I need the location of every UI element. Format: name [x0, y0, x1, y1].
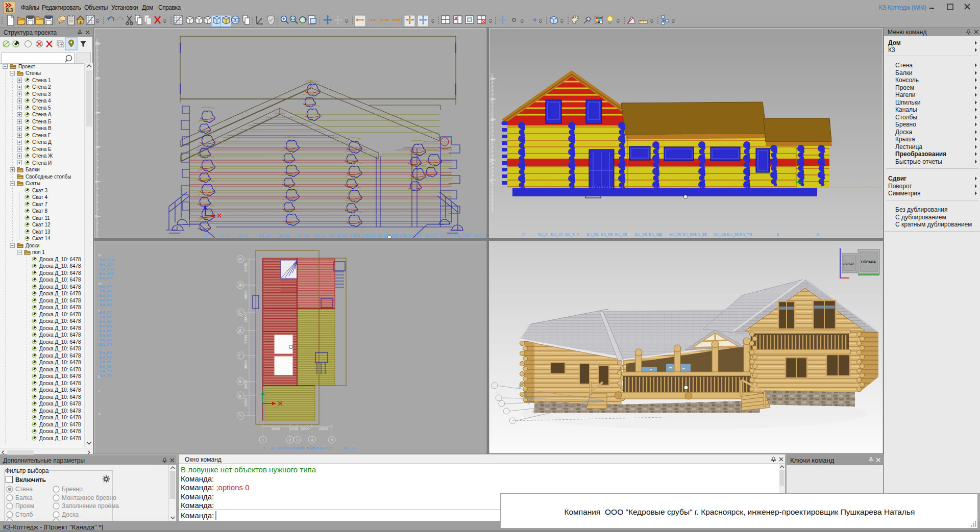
svg-text:Бл_9Б: Бл_9Б: [635, 232, 647, 237]
svg-text:Бл_93: Бл_93: [100, 302, 112, 307]
svg-text:Доска Д_10: 6478: Доска Д_10: 6478: [39, 408, 81, 414]
svg-text:Бл_36: Бл_36: [329, 233, 341, 238]
svg-text:0: 0: [490, 178, 493, 183]
svg-text:,Бл: ,Бл: [270, 446, 276, 450]
svg-text:Бл_99: Бл_99: [100, 276, 112, 281]
svg-text:Бл_4: Бл_4: [220, 233, 230, 238]
svg-text:Бл_2: Бл_2: [315, 233, 325, 238]
svg-text:4: 4: [311, 438, 313, 442]
svg-text:Бл_9: Бл_9: [565, 232, 575, 237]
svg-text:Стена 2: Стена 2: [32, 84, 51, 90]
svg-text:0: 0: [95, 214, 97, 219]
svg-text:,5: ,5: [328, 446, 332, 450]
svg-text:Доска Д_10: 6478: Доска Д_10: 6478: [39, 422, 81, 427]
svg-text:Бл_26: Бл_26: [297, 233, 309, 238]
svg-text:3500: 3500: [243, 360, 248, 369]
svg-text:Бл_5: Бл_5: [538, 232, 548, 237]
svg-text:Бл_94: Бл_94: [100, 298, 112, 302]
svg-text:Доска Д_10: 6478: Доска Д_10: 6478: [39, 353, 81, 359]
svg-text:Доска Д_10: 6478: Доска Д_10: 6478: [39, 312, 81, 317]
svg-text:Скаты: Скаты: [26, 181, 40, 186]
svg-text:Бл_9Б: Бл_9Б: [682, 232, 695, 237]
svg-text:Доска Д_10: 6478: Доска Д_10: 6478: [39, 263, 81, 269]
svg-text:Бл_88: Бл_88: [100, 328, 112, 333]
svg-text:Доска Д_10: 6478: Доска Д_10: 6478: [39, 401, 81, 407]
svg-text:Доска Д_10: 6478: Доска Д_10: 6478: [39, 360, 81, 365]
svg-text:15: 15: [490, 117, 495, 122]
svg-text:Бл_95: Бл_95: [100, 293, 112, 298]
svg-text:Балки: Балки: [26, 167, 40, 172]
svg-text:Доска Д_10: 6478: Доска Д_10: 6478: [39, 318, 81, 324]
svg-text:2000: 2000: [301, 426, 310, 431]
svg-text:Скат 11: Скат 11: [32, 215, 50, 221]
svg-text:Доска Д_10: 6478: Доска Д_10: 6478: [39, 346, 81, 351]
svg-text:3800: 3800: [271, 426, 280, 431]
svg-text:3800: 3800: [243, 290, 248, 299]
svg-text:Бл_85: Бл_85: [100, 342, 112, 347]
svg-text:Бл_96: Бл_96: [100, 289, 112, 293]
svg-text:1: 1: [262, 438, 264, 442]
svg-text:Стена И: Стена И: [32, 160, 52, 166]
svg-text:Бл_10: Бл_10: [551, 232, 563, 237]
svg-text:Скат 7: Скат 7: [32, 201, 48, 207]
svg-text:Доска Д_10: 6478: Доска Д_10: 6478: [39, 325, 81, 331]
svg-text:3000: 3000: [243, 397, 248, 407]
svg-text:Стена Ж: Стена Ж: [32, 153, 53, 159]
svg-text:Стена Б: Стена Б: [32, 119, 52, 124]
svg-text:Бл_86: Бл_86: [100, 338, 112, 342]
svg-text:Б: Б: [98, 389, 101, 393]
svg-text:А: А: [238, 413, 241, 418]
svg-text:Доска Д_10: 6478: Доска Д_10: 6478: [39, 270, 81, 276]
svg-text:пол 1: пол 1: [32, 249, 45, 255]
svg-text:СПЕРЕДИ: СПЕРЕДИ: [843, 263, 854, 265]
svg-text:Е: Е: [238, 310, 241, 315]
svg-text:Бл_20: Бл_20: [278, 233, 290, 238]
svg-text:2: 2: [289, 438, 291, 442]
svg-text:2000: 2000: [243, 380, 248, 389]
svg-text:Бл_9Б: Бл_9Б: [586, 232, 599, 237]
svg-text:Бл_104: Бл_104: [100, 262, 114, 267]
svg-text:И: И: [98, 253, 101, 258]
svg-text:20: 20: [490, 97, 495, 102]
svg-text:Бл_3Б: Бл_3Б: [714, 232, 726, 237]
svg-text:Стена 4: Стена 4: [32, 98, 51, 104]
svg-text:Стены: Стены: [26, 70, 41, 76]
svg-text:Доска Д_10: 6478: Доска Д_10: 6478: [39, 277, 81, 283]
svg-text:Б75: Б75: [321, 446, 329, 450]
svg-text:3: 3: [296, 438, 299, 442]
svg-text:Доска Д_10: 6478: Доска Д_10: 6478: [39, 339, 81, 345]
svg-text:Б4,58: Б4,58: [397, 233, 407, 238]
svg-text:И: И: [238, 257, 241, 262]
svg-text:5: 5: [331, 438, 333, 442]
svg-text:25: 25: [490, 77, 495, 81]
svg-text:Бл_90: Бл_90: [100, 319, 112, 324]
svg-text:Скат 8: Скат 8: [32, 208, 48, 214]
svg-text:А: А: [98, 412, 101, 416]
svg-text:Y: Y: [797, 178, 800, 183]
svg-text:Ба,Б: Ба,Б: [277, 446, 286, 450]
svg-text:Доска Д_10: 6478: Доска Д_10: 6478: [39, 367, 81, 372]
svg-text:Доска Д_10: 6478: Доска Д_10: 6478: [39, 284, 81, 290]
svg-text:Стена Г: Стена Г: [32, 133, 51, 138]
svg-text:Бл_82: Бл_82: [100, 355, 112, 360]
svg-text:Стена В: Стена В: [32, 125, 52, 131]
svg-text:Бл_83: Бл_83: [100, 350, 112, 355]
svg-text:Бл_80: Бл_80: [100, 364, 112, 369]
svg-text:,И: ,И: [521, 232, 525, 237]
svg-text:Доска Д_10: 6478: Доска Д_10: 6478: [39, 428, 81, 434]
svg-text:Бл4: Бл4: [314, 446, 322, 450]
svg-text:Свободные столбы: Свободные столбы: [26, 174, 71, 180]
svg-text:8.3: 8.3: [6, 8, 13, 13]
svg-text:Бл_81: Бл_81: [100, 360, 112, 364]
svg-text:Доска Д_10: 6478: Доска Д_10: 6478: [39, 291, 81, 296]
svg-text:Доска Д_10: 6478: Доска Д_10: 6478: [39, 257, 81, 262]
svg-text:,Бл_77: ,Бл_77: [342, 446, 356, 450]
svg-text:Скат 13: Скат 13: [32, 229, 51, 235]
svg-text:10: 10: [490, 138, 495, 142]
svg-text:Скат 3: Скат 3: [32, 188, 48, 193]
svg-text:л14: л14: [285, 446, 292, 450]
svg-text:Доски: Доски: [26, 243, 39, 248]
svg-text:Бл_13: Бл_13: [259, 233, 271, 238]
svg-text:Бл_70: Бл_70: [440, 233, 453, 238]
svg-text:Бл_43: Бл_43: [342, 233, 355, 238]
